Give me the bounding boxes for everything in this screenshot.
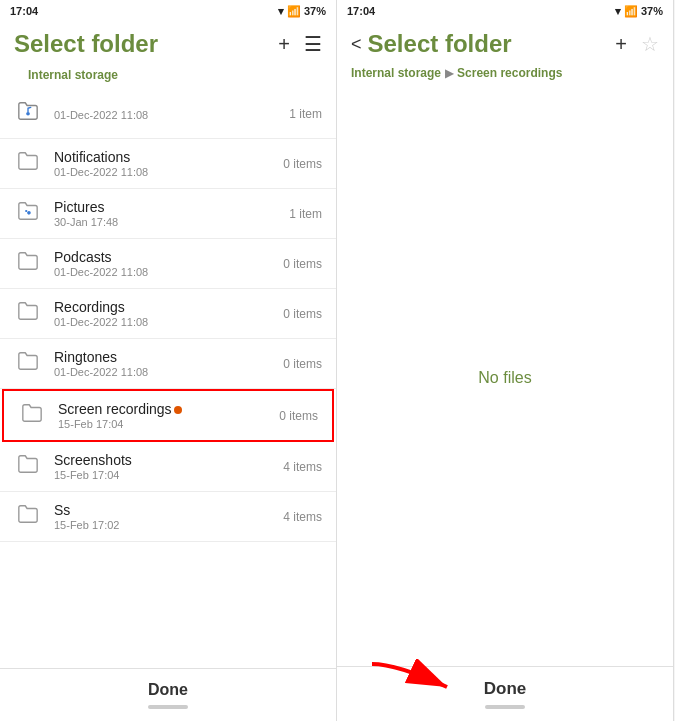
empty-content: No files (337, 90, 673, 666)
list-item[interactable]: Recordings 01-Dec-2022 11:08 0 items (0, 289, 336, 339)
folder-name: Notifications (54, 149, 283, 165)
folder-details: Ss 15-Feb 17:02 (54, 502, 283, 531)
folder-details: Podcasts 01-Dec-2022 11:08 (54, 249, 283, 278)
left-status-right: ▾ 📶 37% (278, 5, 326, 18)
folder-details: Ringtones 01-Dec-2022 11:08 (54, 349, 283, 378)
wifi-icon: ▾ (615, 5, 621, 18)
list-item[interactable]: Pictures 30-Jan 17:48 1 item (0, 189, 336, 239)
pictures-folder-icon (14, 200, 42, 228)
left-header-icons: + ☰ (278, 32, 322, 56)
left-title: Select folder (14, 30, 158, 58)
list-item-screen-recordings[interactable]: Screen recordings 15-Feb 17:04 0 items (2, 389, 334, 442)
right-time: 17:04 (347, 5, 375, 17)
left-status-bar: 17:04 ▾ 📶 37% (0, 0, 336, 22)
left-header: Select folder + ☰ Internal storage (0, 22, 336, 90)
folder-name: Screenshots (54, 452, 283, 468)
folder-name: Podcasts (54, 249, 283, 265)
svg-point-1 (27, 211, 31, 215)
scroll-indicator (148, 705, 188, 709)
breadcrumb-chevron: ▶ (445, 67, 453, 80)
folder-date: 01-Dec-2022 11:08 (54, 316, 283, 328)
folder-count: 1 item (289, 107, 322, 121)
right-header: < Select folder + ☆ Internal storage ▶ S… (337, 22, 673, 90)
right-done-bar: Done (337, 666, 673, 721)
right-title: Select folder (368, 30, 512, 58)
right-add-button[interactable]: + (615, 33, 627, 56)
right-panel: 17:04 ▾ 📶 37% < Select folder + ☆ Intern… (337, 0, 674, 721)
signal-icon: 📶 (287, 5, 301, 18)
left-header-top: Select folder + ☰ (14, 30, 322, 58)
left-folder-list: 01-Dec-2022 11:08 1 item Notifications 0… (0, 90, 336, 668)
folder-icon (18, 402, 46, 430)
right-header-icons: + ☆ (615, 32, 659, 56)
folder-icon (14, 503, 42, 531)
folder-name: Screen recordings (58, 401, 279, 417)
folder-details: Screen recordings 15-Feb 17:04 (58, 401, 279, 430)
add-folder-button[interactable]: + (278, 33, 290, 56)
folder-details: Screenshots 15-Feb 17:04 (54, 452, 283, 481)
folder-name: Ringtones (54, 349, 283, 365)
folder-count: 4 items (283, 460, 322, 474)
right-status-right: ▾ 📶 37% (615, 5, 663, 18)
left-panel: 17:04 ▾ 📶 37% Select folder + ☰ Internal… (0, 0, 337, 721)
folder-count: 0 items (283, 357, 322, 371)
folder-details: Notifications 01-Dec-2022 11:08 (54, 149, 283, 178)
music-folder-icon (14, 100, 42, 128)
left-time: 17:04 (10, 5, 38, 17)
folder-icon (14, 250, 42, 278)
folder-count: 0 items (279, 409, 318, 423)
section-label: Internal storage (14, 62, 322, 84)
folder-date: 01-Dec-2022 11:08 (54, 166, 283, 178)
right-header-with-back: < Select folder (351, 30, 512, 58)
menu-button[interactable]: ☰ (304, 32, 322, 56)
right-header-top: < Select folder + ☆ (351, 30, 659, 58)
list-item[interactable]: Ringtones 01-Dec-2022 11:08 0 items (0, 339, 336, 389)
no-files-label: No files (478, 369, 531, 387)
folder-count: 4 items (283, 510, 322, 524)
left-done-bar: Done (0, 668, 336, 721)
scroll-indicator (485, 705, 525, 709)
folder-count: 1 item (289, 207, 322, 221)
folder-icon (14, 350, 42, 378)
list-item[interactable]: Screenshots 15-Feb 17:04 4 items (0, 442, 336, 492)
folder-date: 30-Jan 17:48 (54, 216, 289, 228)
left-done-button[interactable]: Done (148, 681, 188, 699)
folder-count: 0 items (283, 157, 322, 171)
new-dot (174, 406, 182, 414)
star-button[interactable]: ☆ (641, 32, 659, 56)
battery-text: 37% (304, 5, 326, 17)
list-item[interactable]: Ss 15-Feb 17:02 4 items (0, 492, 336, 542)
breadcrumb: Internal storage ▶ Screen recordings (351, 62, 659, 84)
right-done-button[interactable]: Done (484, 679, 527, 699)
folder-details: Pictures 30-Jan 17:48 (54, 199, 289, 228)
folder-name: Recordings (54, 299, 283, 315)
folder-date: 01-Dec-2022 11:08 (54, 266, 283, 278)
list-item[interactable]: Notifications 01-Dec-2022 11:08 0 items (0, 139, 336, 189)
folder-count: 0 items (283, 307, 322, 321)
folder-name: Pictures (54, 199, 289, 215)
breadcrumb-current: Screen recordings (457, 66, 562, 80)
folder-date: 01-Dec-2022 11:08 (54, 366, 283, 378)
battery-text: 37% (641, 5, 663, 17)
folder-date: 01-Dec-2022 11:08 (54, 109, 289, 121)
back-button[interactable]: < (351, 34, 362, 55)
folder-name: Ss (54, 502, 283, 518)
right-status-bar: 17:04 ▾ 📶 37% (337, 0, 673, 22)
red-arrow (367, 659, 457, 701)
list-item[interactable]: Podcasts 01-Dec-2022 11:08 0 items (0, 239, 336, 289)
wifi-icon: ▾ (278, 5, 284, 18)
folder-icon (14, 453, 42, 481)
folder-icon (14, 300, 42, 328)
folder-details: 01-Dec-2022 11:08 (54, 108, 289, 121)
folder-date: 15-Feb 17:04 (54, 469, 283, 481)
folder-icon (14, 150, 42, 178)
folder-details: Recordings 01-Dec-2022 11:08 (54, 299, 283, 328)
svg-rect-2 (25, 210, 27, 212)
list-item[interactable]: 01-Dec-2022 11:08 1 item (0, 90, 336, 139)
folder-date: 15-Feb 17:02 (54, 519, 283, 531)
breadcrumb-root[interactable]: Internal storage (351, 66, 441, 80)
folder-date: 15-Feb 17:04 (58, 418, 279, 430)
folder-count: 0 items (283, 257, 322, 271)
signal-icon: 📶 (624, 5, 638, 18)
